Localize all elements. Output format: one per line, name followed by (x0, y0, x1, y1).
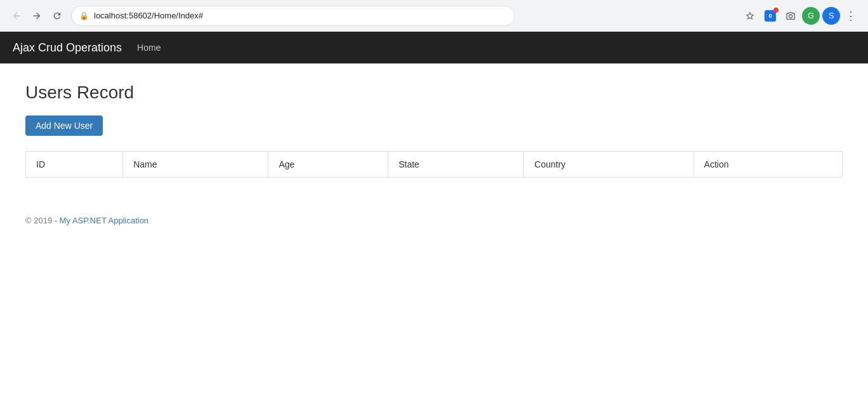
page-content: Users Record Add New User ID Name Age St… (0, 63, 868, 197)
navbar-brand[interactable]: Ajax Crud Operations (13, 41, 122, 55)
back-button[interactable] (8, 7, 25, 25)
google-account-avatar[interactable]: G (802, 7, 820, 25)
star-button[interactable] (741, 7, 759, 25)
column-header-name: Name (123, 152, 268, 178)
browser-menu-button[interactable]: ⋮ (843, 7, 860, 25)
navbar: Ajax Crud Operations Home (0, 32, 868, 63)
profile-avatar[interactable]: S (822, 7, 840, 25)
add-new-user-button[interactable]: Add New User (25, 115, 103, 136)
column-header-country: Country (524, 152, 694, 178)
users-table: ID Name Age State Country Action (25, 151, 843, 178)
column-header-state: State (388, 152, 524, 178)
table-header-row: ID Name Age State Country Action (26, 152, 843, 178)
forward-button[interactable] (28, 7, 46, 25)
footer-text: © 2019 - My ASP.NET Application (25, 216, 148, 225)
address-bar[interactable]: 🔒 localhost:58602/Home/Index# (71, 6, 515, 26)
browser-nav-buttons (8, 7, 66, 25)
browser-chrome: 🔒 localhost:58602/Home/Index# 0 G S ⋮ (0, 0, 868, 32)
column-header-age: Age (268, 152, 388, 178)
column-header-action: Action (694, 152, 842, 178)
browser-actions: 0 G S ⋮ (741, 7, 860, 25)
lock-icon: 🔒 (79, 11, 89, 20)
screenshot-icon[interactable] (782, 7, 799, 25)
reload-button[interactable] (48, 7, 66, 25)
footer-link[interactable]: My ASP.NET Application (60, 216, 148, 225)
table-header: ID Name Age State Country Action (26, 152, 843, 178)
navbar-home-link[interactable]: Home (137, 43, 161, 53)
page-title: Users Record (25, 82, 843, 103)
extension-icon[interactable]: 0 (761, 7, 779, 25)
url-text: localhost:58602/Home/Index# (94, 11, 507, 20)
column-header-id: ID (26, 152, 123, 178)
footer: © 2019 - My ASP.NET Application (0, 197, 868, 244)
